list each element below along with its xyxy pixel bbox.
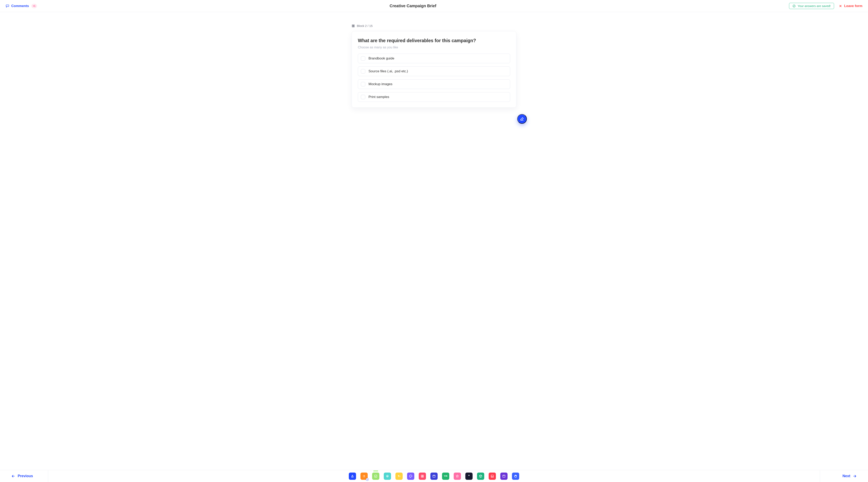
option-row[interactable]: Print samples <box>358 92 510 102</box>
svg-point-12 <box>363 476 363 476</box>
svg-rect-23 <box>423 476 424 477</box>
comment-icon <box>6 4 9 8</box>
target-icon <box>385 474 389 478</box>
tile-date-block[interactable] <box>430 473 438 480</box>
block-indicator: Block 2 / 15 <box>352 24 516 28</box>
palette-icon <box>409 474 412 478</box>
option-label: Source files (.ai, .psd etc.) <box>369 69 408 73</box>
next-label: Next <box>842 474 850 478</box>
svg-point-18 <box>410 475 411 476</box>
svg-rect-22 <box>421 476 422 477</box>
svg-rect-7 <box>352 26 353 27</box>
tile-text-block[interactable] <box>396 473 403 480</box>
svg-rect-21 <box>423 475 424 476</box>
done-badge <box>366 478 369 481</box>
block-tile-strip: Y/N“ <box>48 470 820 482</box>
quote-icon: “ <box>468 474 470 478</box>
checkbox[interactable] <box>361 69 365 73</box>
image-icon <box>491 474 494 478</box>
tile-color-block[interactable] <box>407 473 414 480</box>
checkbox[interactable] <box>361 82 365 86</box>
question-card: What are the required deliverables for t… <box>352 31 516 108</box>
svg-point-9 <box>352 475 353 476</box>
form-column: Block 2 / 15 What are the required deliv… <box>352 24 516 460</box>
tile-signoff-block[interactable] <box>512 473 519 480</box>
block-grid-icon <box>352 24 355 28</box>
tile-contact-block[interactable] <box>349 473 356 480</box>
svg-point-19 <box>411 475 411 476</box>
leave-form-button[interactable]: Leave form <box>839 4 862 8</box>
list-icon <box>362 474 366 478</box>
option-label: Mockup images <box>369 82 393 86</box>
svg-point-26 <box>492 476 492 476</box>
close-icon <box>839 4 842 8</box>
tile-package-block[interactable] <box>477 473 484 480</box>
box-icon <box>479 474 483 478</box>
option-label: Brandbook guide <box>369 57 395 60</box>
tile-list-block[interactable] <box>361 473 368 480</box>
top-bar-left: Comments +1 <box>6 4 37 8</box>
previous-label: Previous <box>18 474 33 478</box>
tile-radio-block[interactable] <box>384 473 391 480</box>
svg-point-13 <box>363 477 363 477</box>
svg-rect-8 <box>353 26 354 27</box>
top-bar-right: Your answers are saved! Leave form <box>789 3 862 9</box>
comments-button[interactable]: Comments <box>6 4 29 8</box>
block-indicator-text: Block 2 / 15 <box>357 24 373 28</box>
window-icon <box>502 474 506 478</box>
svg-point-17 <box>410 476 410 476</box>
tt-icon <box>397 474 401 478</box>
svg-point-16 <box>387 476 388 477</box>
tile-yesno-block[interactable]: Y/N <box>442 473 449 480</box>
edit-icon <box>520 117 524 121</box>
main: Block 2 / 15 What are the required deliv… <box>0 12 868 482</box>
page-title: Creative Campaign Brief <box>390 4 436 8</box>
tile-rating-block[interactable] <box>454 473 461 480</box>
next-button[interactable]: Next <box>820 470 868 482</box>
svg-rect-10 <box>352 476 353 477</box>
svg-point-2 <box>7 5 8 6</box>
svg-rect-14 <box>374 475 377 477</box>
question-hint: Choose as many as you like <box>358 45 510 49</box>
comments-label: Comments <box>11 4 29 8</box>
previous-button[interactable]: Previous <box>0 470 48 482</box>
yn-icon: Y/N <box>444 475 447 477</box>
svg-point-11 <box>363 475 363 476</box>
star-icon <box>456 474 459 478</box>
svg-rect-5 <box>352 25 353 26</box>
svg-rect-6 <box>353 25 354 26</box>
tile-checkbox-block[interactable] <box>372 473 379 480</box>
edit-fab[interactable] <box>517 114 527 124</box>
tile-quote-block[interactable]: “ <box>465 473 472 480</box>
grid-icon <box>421 474 424 478</box>
svg-rect-24 <box>433 475 435 477</box>
option-label: Print samples <box>369 95 389 99</box>
calendar-icon <box>432 474 436 478</box>
bottom-bar: Previous Y/N“ Next <box>0 470 868 482</box>
options-list: Brandbook guide Source files (.ai, .psd … <box>358 54 510 102</box>
arrow-left-icon <box>11 474 15 478</box>
wave-icon <box>514 474 517 478</box>
top-bar: Comments +1 Creative Campaign Brief Your… <box>0 0 868 12</box>
svg-rect-20 <box>421 475 422 476</box>
checkmark-icon <box>367 479 368 480</box>
svg-point-1 <box>7 5 7 6</box>
option-row[interactable]: Source files (.ai, .psd etc.) <box>358 66 510 76</box>
leave-form-label: Leave form <box>844 4 862 8</box>
saved-status: Your answers are saved! <box>789 3 834 9</box>
user-icon <box>351 474 354 478</box>
tile-image-block[interactable] <box>489 473 496 480</box>
tile-grid-block[interactable] <box>419 473 426 480</box>
option-row[interactable]: Brandbook guide <box>358 54 510 63</box>
checkbox[interactable] <box>361 95 365 99</box>
check-icon <box>374 474 377 478</box>
question-text: What are the required deliverables for t… <box>358 38 510 43</box>
saved-label: Your answers are saved! <box>798 4 831 8</box>
tile-layout-block[interactable] <box>500 473 507 480</box>
comments-count-badge: +1 <box>31 4 37 8</box>
arrow-right-icon <box>853 474 857 478</box>
option-row[interactable]: Mockup images <box>358 79 510 89</box>
check-circle-icon <box>793 4 796 8</box>
checkbox[interactable] <box>361 56 365 61</box>
